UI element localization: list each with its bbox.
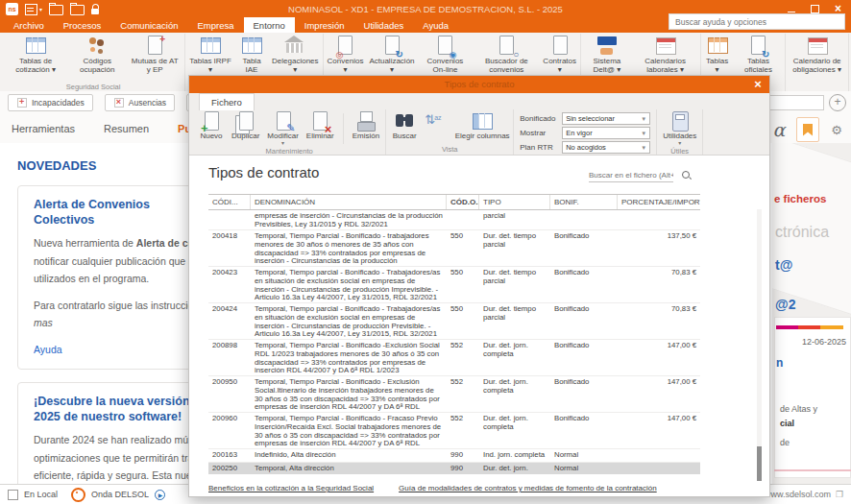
buscar-button[interactable]: Buscar: [388, 111, 421, 141]
ribbon-item-tablas-oficiales[interactable]: Tablas oficiales: [733, 34, 785, 74]
search-icon[interactable]: [682, 171, 692, 180]
help-search-input[interactable]: [669, 13, 845, 30]
filter-mostrar-select[interactable]: En vigor▼: [562, 127, 650, 139]
table-row[interactable]: 200423Temporal, Tiempo parcial - Bonific…: [208, 267, 700, 303]
toolbar-button-label: Duplicar: [231, 132, 259, 141]
website-link[interactable]: www.sdelsol.com: [765, 490, 831, 499]
table-row[interactable]: 200163Indefinido, Alta dirección990Ind. …: [208, 449, 700, 463]
ribbon-item-calendario-de-obligaciones[interactable]: Calendario de obligaciones ▾: [787, 34, 847, 74]
toolbar-group-filtros: BonificadoSin seleccionar▼MostrarEn vigo…: [514, 109, 657, 155]
doc-icon: [199, 111, 224, 132]
column-header-bonif[interactable]: BONIF.: [550, 195, 618, 209]
cell-codigo: 200950: [208, 376, 251, 412]
open-company-icon[interactable]: [49, 5, 63, 15]
menu-tab-ayuda[interactable]: Ayuda: [413, 17, 458, 33]
ribbon-item-tablas[interactable]: Tablas ▾: [702, 34, 733, 74]
quick-calendar-icon[interactable]: [25, 4, 37, 15]
footer-link-beneficios-en-la-cotizaci-n-a-[interactable]: Beneficios en la cotización a la Segurid…: [208, 484, 374, 492]
menu-tab-procesos[interactable]: Procesos: [54, 17, 111, 33]
tab-fichero[interactable]: Fichero: [199, 93, 255, 110]
incapacidades-button[interactable]: Incapacidades: [8, 94, 93, 111]
bookmark-icon[interactable]: [796, 117, 819, 142]
filter-value: Sin seleccionar: [566, 114, 615, 123]
ribbon-item-calendarios-laborales[interactable]: Calendarios laborales ▾: [632, 34, 699, 74]
table-row[interactable]: 200424Temporal, Tiempo parcial - Bonific…: [208, 303, 700, 340]
filter-bonificado-select[interactable]: Sin seleccionar▼: [562, 112, 650, 125]
column-header-c-di[interactable]: CÓDI...: [208, 195, 251, 209]
lock-icon[interactable]: [91, 4, 100, 14]
ribbon-item-convenios-on-line[interactable]: Convenios On-line: [418, 34, 474, 74]
maximize-button[interactable]: [811, 5, 819, 13]
duplicar-button[interactable]: Duplicar: [228, 111, 263, 141]
table-row[interactable]: 200898Temporal, Tiempo Parcial - Bonific…: [208, 340, 700, 376]
ribbon-item-label: Códigos ocupación: [71, 57, 123, 74]
elegir-columnas-button[interactable]: Elegir columnas: [453, 111, 511, 141]
column-header-c-d-o[interactable]: CÓD.O...: [447, 195, 479, 209]
cell-tipo: Dur. det. jorn. completa: [479, 340, 550, 375]
menu-tab-entorno[interactable]: Entorno: [244, 17, 295, 33]
cell-tipo: Dur. det. tiempo parcial: [479, 267, 550, 302]
utilidades-button[interactable]: Utilidades▾: [659, 111, 700, 146]
ribbon-item-tabla-iae[interactable]: Tabla IAE: [234, 34, 269, 74]
sort-button[interactable]: [421, 111, 453, 132]
nuevo-button[interactable]: Nuevo: [195, 111, 228, 141]
menu-tab-comunicaci-n[interactable]: Comunicación: [110, 17, 187, 33]
file-search-input[interactable]: [589, 171, 673, 182]
play-icon[interactable]: ▶: [155, 490, 165, 500]
ribbon-item-label: Mutuas de AT y EP: [129, 57, 181, 74]
table-row[interactable]: 200250Temporal, Alta dirección990Dur. de…: [208, 463, 700, 474]
vertical-scrollbar[interactable]: [757, 209, 762, 481]
cell-denominacion: Temporal, Tiempo parcial - Bonificado - …: [251, 303, 447, 339]
column-header-porcentaje-importe[interactable]: PORCENTAJE/IMPORTE: [618, 195, 700, 209]
cell-cod_o: [447, 210, 479, 229]
folder-icon[interactable]: [70, 5, 85, 15]
menu-tab-archivo[interactable]: Archivo: [4, 17, 54, 33]
ribbon-item-delegaciones[interactable]: Delegaciones ▾: [269, 34, 321, 74]
ribbon-item-mutuas-de-at-y-ep[interactable]: Mutuas de AT y EP: [126, 34, 183, 74]
panel-icons: α ⚙: [768, 117, 847, 142]
table-row[interactable]: 200950Temporal, Tiempo Parcial - Bonific…: [208, 376, 700, 413]
external-link-icon[interactable]: ❐: [836, 490, 843, 499]
ribbon-item-contratos[interactable]: Contratos ▾: [540, 34, 579, 74]
gear-icon[interactable]: ⚙: [826, 118, 847, 141]
ribbon-item-tablas-de-cotizaci-n[interactable]: Tablas de cotización ▾: [3, 34, 68, 74]
menu-tab-utilidades[interactable]: Utilidades: [354, 17, 414, 33]
ausencias-button[interactable]: Ausencias: [105, 94, 175, 111]
toolbar-group-mantenimiento: NuevoDuplicarModificar▾EliminarEmisiónMa…: [193, 109, 386, 155]
modificar-button[interactable]: Modificar▾: [263, 111, 302, 146]
tab-herramientas[interactable]: Herramientas: [12, 123, 75, 134]
eliminar-button[interactable]: Eliminar: [303, 111, 338, 141]
column-header-tipo[interactable]: TIPO: [479, 195, 550, 209]
menu-tab-impresi-n[interactable]: Impresión: [295, 17, 354, 33]
filter-plan-rtr-select[interactable]: No acogidos▼: [562, 141, 650, 154]
ribbon-item-c-digos-ocupaci-n[interactable]: Códigos ocupación: [68, 34, 126, 74]
ribbon-item-convenios[interactable]: Convenios ▾: [325, 34, 367, 74]
cell-cod_o: 990: [447, 463, 479, 474]
ribbon-item-tablas-irpf[interactable]: Tablas IRPF ▾: [186, 34, 234, 74]
doc-icon: [142, 36, 167, 57]
table-row[interactable]: 200960Temporal, Tiempo Parcial - Bonific…: [208, 413, 700, 449]
table-row[interactable]: 200418Temporal, Tiempo Parcial - Bonific…: [208, 230, 700, 267]
chevron-down-icon[interactable]: ▾: [39, 6, 42, 12]
ribbon-group-calendario-de-obligaciones: Calendario de obligaciones ▾: [786, 34, 849, 92]
ribbon-item-buscador-de-convenios[interactable]: Buscador de convenios: [473, 34, 540, 74]
filter-row: Plan RTRNo acogidos▼: [520, 141, 650, 154]
cell-denominacion: Temporal, Alta dirección: [251, 463, 447, 474]
minimize-button[interactable]: [788, 11, 795, 12]
filter-row: MostrarEn vigor▼: [520, 127, 650, 139]
footer-link-gu-a-de-modalidades-de-contrat[interactable]: Guía de modalidades de contratos y medid…: [399, 484, 657, 492]
ribbon-item-sistema-delt[interactable]: Sistema Delt@ ▾: [582, 34, 632, 74]
tab-resumen[interactable]: Resumen: [104, 123, 149, 134]
scrollbar-thumb[interactable]: [757, 446, 762, 481]
cols-icon: [470, 111, 495, 132]
ribbon-item-label: Tablas ▾: [705, 57, 730, 74]
table-row[interactable]: empresas de inserción - Circunstancias d…: [208, 210, 700, 230]
dialog-close-button[interactable]: ×: [750, 76, 766, 93]
ribbon-item-actualizaci-n[interactable]: Actualización ▾: [366, 34, 417, 74]
column-header-denominaci-n[interactable]: DENOMINACIÓN: [251, 195, 447, 209]
add-button[interactable]: +: [829, 94, 846, 111]
en-local-checkbox[interactable]: [8, 490, 18, 500]
emisi-n-button[interactable]: Emisión: [349, 111, 383, 141]
alpha-logo-icon[interactable]: α: [768, 118, 790, 141]
menu-tab-empresa[interactable]: Empresa: [188, 17, 244, 33]
